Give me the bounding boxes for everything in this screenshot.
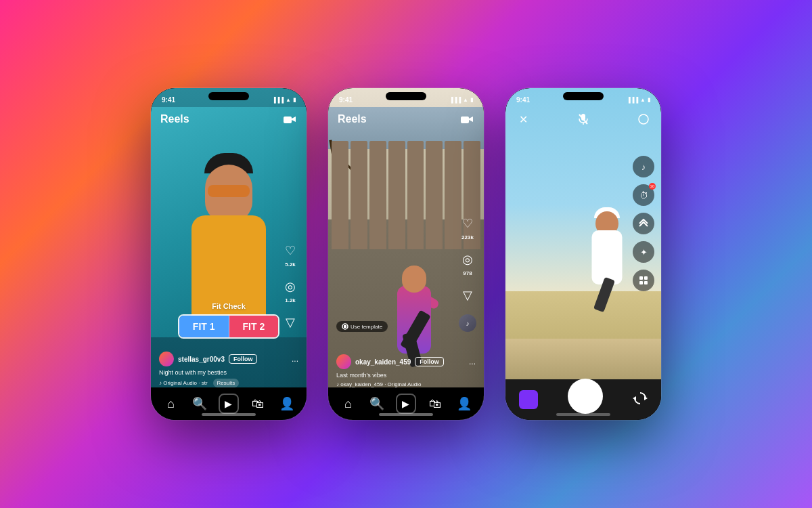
- username-1: stellas_gr00v3: [178, 356, 225, 363]
- share-icon-2: ▽: [458, 286, 477, 305]
- likes-action-1[interactable]: ♡ 5.2k: [281, 241, 300, 268]
- phone-3: 9:41 ▐▐▐ ▲ ▮ ✕: [505, 88, 661, 420]
- phone-2: 9:41 ▐▐▐ ▲ ▮ Reels: [328, 88, 484, 420]
- main-scene: 9:41 ▐▐▐ ▲ ▮ Reels: [0, 0, 812, 508]
- template-icon: [342, 323, 348, 330]
- timer-badge: 30: [649, 183, 656, 190]
- shutter-button[interactable]: [568, 379, 603, 414]
- comments-action-1[interactable]: ◎ 1.2k: [281, 277, 300, 303]
- svg-rect-5: [344, 325, 346, 328]
- svg-rect-11: [644, 276, 648, 280]
- follow-button-1[interactable]: Follow: [229, 354, 258, 364]
- effects-tool[interactable]: ✦: [633, 241, 654, 263]
- audio-text-1: ♪ Original Audio · str: [159, 380, 208, 386]
- bottom-info-2: okay_kaiden_459 Follow ... Last month's …: [328, 354, 484, 387]
- status-time-2: 9:41: [339, 96, 353, 104]
- notch-1: [208, 92, 249, 100]
- battery-icon-2: ▮: [470, 97, 473, 103]
- fit2-button[interactable]: FIT 2: [229, 316, 279, 337]
- use-template-label: Use template: [351, 324, 382, 330]
- wifi-icon-3: ▲: [640, 97, 646, 103]
- color-swatch[interactable]: [519, 390, 538, 409]
- fit-buttons: FIT 1 FIT 2: [178, 314, 279, 339]
- close-button[interactable]: ✕: [515, 111, 531, 127]
- speed-icon: [639, 219, 648, 228]
- status-icons-2: ▐▐▐ ▲ ▮: [449, 97, 473, 103]
- disc-icon: ♪: [459, 314, 476, 332]
- fit-check-overlay: Fit Check FIT 1 FIT 2: [151, 302, 307, 339]
- layout-tool[interactable]: [633, 270, 654, 291]
- caption-2: Last month's vibes: [336, 372, 476, 379]
- avatar-1: [159, 352, 174, 366]
- nav-profile-1[interactable]: 👤: [277, 394, 297, 414]
- notch-2: [386, 92, 426, 100]
- status-icons-1: ▐▐▐ ▲ ▮: [272, 97, 296, 103]
- user-row-2: okay_kaiden_459 Follow ...: [336, 354, 476, 369]
- heart-icon-2: ♡: [458, 214, 477, 233]
- music-tool[interactable]: ♪: [633, 156, 654, 177]
- user-row-1: stellas_gr00v3 Follow ...: [159, 352, 298, 366]
- signal-icon-3: ▐▐▐: [627, 97, 638, 103]
- dancer-figure: [374, 191, 455, 367]
- signal-icon-2: ▐▐▐: [449, 97, 461, 103]
- circle-icon: [637, 113, 650, 125]
- more-button-1[interactable]: ...: [292, 354, 298, 364]
- nav-search-2[interactable]: 🔍: [367, 394, 387, 414]
- likes-count-1: 5.2k: [285, 261, 296, 268]
- flip-camera-button[interactable]: [633, 391, 648, 409]
- skater-body: [592, 230, 623, 284]
- audio-row-2: ♪ okay_kaiden_459 · Original Audio: [336, 381, 476, 387]
- signal-icon: ▐▐▐: [272, 97, 284, 103]
- notch-3: [563, 92, 604, 100]
- home-indicator-3: [556, 413, 610, 416]
- likes-action-2[interactable]: ♡ 223k: [458, 214, 477, 240]
- rotate-icon: [633, 391, 648, 406]
- caption-1: Night out with my besties: [159, 369, 298, 376]
- camera-button-1[interactable]: [282, 113, 297, 125]
- svg-rect-2: [461, 117, 469, 123]
- layout-icon: [639, 276, 648, 285]
- audio-disc-action[interactable]: ♪: [459, 314, 476, 332]
- audio-text-2: ♪ okay_kaiden_459 · Original Audio: [336, 381, 421, 387]
- status-time-3: 9:41: [516, 96, 530, 104]
- nav-profile-2[interactable]: 👤: [454, 394, 474, 414]
- speed-tool[interactable]: [633, 213, 654, 234]
- settings-circle-icon[interactable]: [635, 111, 652, 127]
- nav-home-2[interactable]: ⌂: [338, 394, 358, 414]
- wifi-icon: ▲: [286, 97, 291, 103]
- share-action-2[interactable]: ▽: [458, 286, 477, 305]
- svg-marker-1: [292, 117, 296, 122]
- mic-off-icon[interactable]: [575, 111, 591, 127]
- plank-2: [351, 141, 367, 249]
- timer-tool[interactable]: ⏱ 30: [633, 184, 654, 206]
- nav-home-1[interactable]: ⌂: [160, 394, 181, 414]
- status-time-1: 9:41: [162, 96, 175, 104]
- nav-reels-2[interactable]: ▶: [396, 394, 416, 414]
- use-template-badge[interactable]: Use template: [336, 321, 388, 332]
- reels-title-1: Reels: [160, 113, 189, 125]
- right-actions-2: ♡ 223k ◎ 978 ▽ ♪: [458, 214, 477, 332]
- comments-action-2[interactable]: ◎ 978: [458, 250, 477, 276]
- nav-reels-1[interactable]: ▶: [219, 394, 239, 414]
- follow-button-2[interactable]: Follow: [415, 357, 444, 366]
- svg-rect-0: [284, 117, 292, 123]
- more-button-2[interactable]: ...: [469, 357, 476, 366]
- avatar-2: [336, 354, 351, 369]
- comment-icon-2: ◎: [458, 250, 477, 269]
- results-button[interactable]: Results: [213, 379, 240, 387]
- nav-shop-2[interactable]: 🛍: [425, 394, 445, 414]
- status-icons-3: ▐▐▐ ▲ ▮: [627, 97, 650, 103]
- phone-3-screen: 9:41 ▐▐▐ ▲ ▮ ✕: [505, 88, 661, 420]
- plank-1: [332, 141, 348, 249]
- likes-count-2: 223k: [461, 234, 474, 240]
- camera-tools: ♪ ⏱ 30 ✦: [633, 156, 654, 291]
- home-indicator-1: [202, 413, 256, 416]
- phone-2-screen: 9:41 ▐▐▐ ▲ ▮ Reels: [328, 88, 484, 420]
- wifi-icon-2: ▲: [463, 97, 468, 103]
- mic-slash-icon: [578, 113, 589, 125]
- camera-button-2[interactable]: [459, 113, 474, 125]
- nav-shop-1[interactable]: 🛍: [248, 394, 268, 414]
- nav-search-1[interactable]: 🔍: [189, 394, 210, 414]
- phone-1: 9:41 ▐▐▐ ▲ ▮ Reels: [151, 88, 307, 420]
- fit1-button[interactable]: FIT 1: [179, 316, 229, 337]
